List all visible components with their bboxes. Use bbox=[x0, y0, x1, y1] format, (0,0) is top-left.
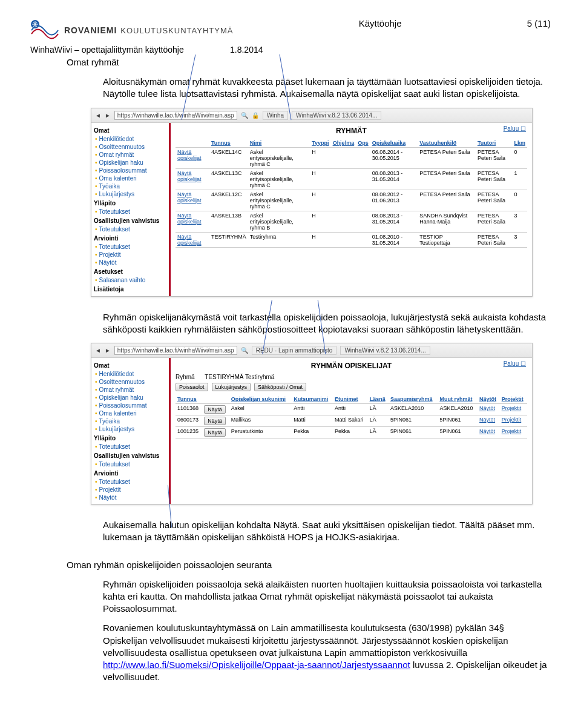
search-icon[interactable]: 🔍 bbox=[241, 347, 248, 354]
ryhmat-table: Tunnus Nimi Tyyppi Ohjelma Ops Opiskelua… bbox=[176, 139, 527, 248]
cell-vastuu: PETESA Peteri Saila bbox=[418, 168, 476, 190]
sidebar-item-omat-ryhmat[interactable]: Omat ryhmät bbox=[94, 386, 166, 394]
col-kutsumanimi[interactable]: Kutsumanimi bbox=[292, 395, 333, 404]
nayta-opiskelijat-link[interactable]: Näytä opiskelijat bbox=[176, 168, 209, 190]
sidebar-item-naytot[interactable]: Näytöt bbox=[94, 259, 166, 266]
col-sukunimi[interactable]: Opiskelijan sukunimi bbox=[229, 395, 292, 404]
cell-nimi: Askel erityisopiskelijalle, ryhmä C bbox=[248, 168, 310, 190]
cell-kutsumanimi: Pekka bbox=[292, 427, 333, 438]
col-tyyppi[interactable]: Tyyppi bbox=[310, 139, 330, 148]
cell-muut-ryhmat: 5PIN061 bbox=[438, 427, 478, 438]
cell-nimi: Testiryhmä bbox=[248, 232, 310, 247]
naytot-link[interactable]: Näytöt bbox=[478, 404, 500, 415]
sidebar-item-toteutukset[interactable]: Toteutukset bbox=[94, 443, 166, 451]
col-tunnus[interactable]: Tunnus bbox=[209, 139, 248, 148]
cell-tunnus: TESTIRYHMÄ bbox=[209, 232, 248, 247]
projektit-link[interactable]: Projektit bbox=[500, 427, 527, 438]
sidebar-item-oma-kalenteri[interactable]: Oma kalenteri bbox=[94, 174, 166, 182]
sidebar-item-lukujarjestys[interactable]: Lukujärjestys bbox=[94, 425, 166, 433]
section4-p2-text: Rovaniemen koulutuskuntayhtymässä on Lai… bbox=[103, 623, 508, 658]
jarjestyssaannot-link[interactable]: http://www.lao.fi/Suomeksi/Opiskelijoill… bbox=[103, 660, 410, 670]
projektit-link[interactable]: Projektit bbox=[500, 415, 527, 427]
sidebar-cat-osallistujien-vahvistus: Osallistujien vahvistus bbox=[94, 217, 166, 224]
cell-tyyppi: H bbox=[310, 232, 330, 247]
cell-etunimet: Matti Sakari bbox=[333, 415, 368, 427]
col-saapumisryhma[interactable]: Saapumisryhmä bbox=[389, 395, 438, 404]
sidebar-item-osoitteenmuutos[interactable]: Osoitteenmuutos bbox=[94, 143, 166, 151]
col-ops[interactable]: Ops bbox=[356, 139, 370, 148]
browser-tab[interactable]: Winha bbox=[263, 111, 288, 120]
sidebar-item-toteutukset[interactable]: Toteutukset bbox=[94, 460, 166, 468]
col-projektit[interactable]: Projektit bbox=[500, 395, 527, 404]
search-icon[interactable]: 🔍 bbox=[241, 112, 248, 119]
nayta-button[interactable]: Näytä bbox=[204, 405, 226, 414]
col-tuutori[interactable]: Tuutori bbox=[476, 139, 512, 148]
naytot-link[interactable]: Näytöt bbox=[478, 415, 500, 427]
cell-ops bbox=[356, 168, 370, 190]
sidebar-item-toteutukset[interactable]: Toteutukset bbox=[94, 243, 166, 251]
sidebar-item-poissaolosummat[interactable]: Poissaolosummat bbox=[94, 402, 166, 409]
sidebar-item-opiskelijan-haku[interactable]: Opiskelijan haku bbox=[94, 159, 166, 167]
sidebar-cat-omat: Omat bbox=[94, 127, 166, 134]
back-icon[interactable]: ◄ bbox=[95, 347, 101, 354]
sidebar-item-tyoaika[interactable]: Työaika bbox=[94, 417, 166, 425]
col-opiskeluaika[interactable]: Opiskeluaika bbox=[370, 139, 418, 148]
sidebar-item-toteutukset[interactable]: Toteutukset bbox=[94, 208, 166, 216]
url-field[interactable]: https://winhawille.lao.fi/winhaWiivi/mai… bbox=[114, 111, 237, 120]
browser-tab[interactable]: WinhaWiivi v.8.2 13.06.2014... bbox=[340, 346, 430, 355]
url-field[interactable]: https://winhawille.lao.fi/winhaWiivi/mai… bbox=[114, 346, 237, 355]
col-tunnus[interactable]: Tunnus bbox=[176, 395, 202, 404]
sidebar-item-projektit[interactable]: Projektit bbox=[94, 486, 166, 494]
opiskelijat-table: Tunnus Opiskelijan sukunimi Kutsumanimi … bbox=[176, 395, 527, 438]
browser-address-bar: ◄ ► https://winhawille.lao.fi/winhaWiivi… bbox=[91, 343, 532, 358]
back-icon[interactable]: ◄ bbox=[95, 112, 101, 119]
browser-tab[interactable]: WinhaWiivi v.8.2 13.06.2014... bbox=[292, 111, 381, 120]
col-lkm[interactable]: Lkm bbox=[512, 139, 527, 148]
nayta-opiskelijat-link[interactable]: Näytä opiskelijat bbox=[176, 211, 209, 232]
cell-nimi: Askel erityisopiskelijalle, ryhmä B bbox=[248, 211, 310, 232]
naytot-link[interactable]: Näytöt bbox=[478, 427, 500, 438]
sidebar-item-tyoaika[interactable]: Työaika bbox=[94, 182, 166, 190]
sidebar-item-poissaolosummat[interactable]: Poissaolosummat bbox=[94, 167, 166, 174]
cell-tunnus: 4ASKEL13C bbox=[209, 168, 248, 190]
sidebar-item-opiskelijan-haku[interactable]: Opiskelijan haku bbox=[94, 394, 166, 402]
sahkoposti-button[interactable]: Sähköposti / Omat bbox=[254, 383, 306, 391]
cell-ops bbox=[356, 211, 370, 232]
projektit-link[interactable]: Projektit bbox=[500, 404, 527, 415]
nayta-button[interactable]: Näytä bbox=[204, 428, 226, 437]
col-blank[interactable] bbox=[176, 139, 209, 148]
cell-nayta-button: Näytä bbox=[202, 415, 229, 427]
col-muut-ryhmat[interactable]: Muut ryhmät bbox=[438, 395, 478, 404]
sidebar-item-lukujarjestys[interactable]: Lukujärjestys bbox=[94, 190, 166, 198]
doc-subtitle: WinhaWiivi – opettajaliittymän käyttöohj… bbox=[30, 45, 230, 55]
paluu-link[interactable]: Paluu bbox=[504, 125, 526, 132]
poissaolot-button[interactable]: Poissaolot bbox=[176, 383, 208, 391]
forward-icon[interactable]: ► bbox=[105, 112, 111, 119]
nayta-opiskelijat-link[interactable]: Näytä opiskelijat bbox=[176, 232, 209, 247]
col-naytot[interactable]: Näytöt bbox=[478, 395, 500, 404]
sidebar-item-henkilotiedot[interactable]: Henkilötiedot bbox=[94, 370, 166, 378]
sidebar-item-salasanan-vaihto[interactable]: Salasanan vaihto bbox=[94, 276, 166, 284]
sidebar-item-projektit[interactable]: Projektit bbox=[94, 251, 166, 259]
cell-opiskeluaika: 06.08.2014 - 30.05.2015 bbox=[370, 147, 418, 168]
sidebar-item-oma-kalenteri[interactable]: Oma kalenteri bbox=[94, 409, 166, 417]
sidebar-item-henkilotiedot[interactable]: Henkilötiedot bbox=[94, 135, 166, 143]
nayta-button[interactable]: Näytä bbox=[204, 417, 226, 425]
paluu-link[interactable]: Paluu bbox=[504, 360, 526, 367]
col-nimi[interactable]: Nimi bbox=[248, 139, 310, 148]
nayta-opiskelijat-link[interactable]: Näytä opiskelijat bbox=[176, 190, 209, 211]
sidebar-item-toteutukset[interactable]: Toteutukset bbox=[94, 478, 166, 486]
sidebar-item-naytot[interactable]: Näytöt bbox=[94, 494, 166, 501]
col-etunimet[interactable]: Etunimet bbox=[333, 395, 368, 404]
cell-tunnus: 0600173 bbox=[176, 415, 202, 427]
lukujarjestys-button[interactable]: Lukujärjestys bbox=[212, 383, 251, 391]
nayta-opiskelijat-link[interactable]: Näytä opiskelijat bbox=[176, 147, 209, 168]
sidebar-item-omat-ryhmat[interactable]: Omat ryhmät bbox=[94, 151, 166, 159]
col-lasna[interactable]: Läsnä bbox=[368, 395, 389, 404]
sidebar-item-toteutukset[interactable]: Toteutukset bbox=[94, 225, 166, 233]
sidebar-item-osoitteenmuutos[interactable]: Osoitteenmuutos bbox=[94, 378, 166, 386]
col-ohjelma[interactable]: Ohjelma bbox=[331, 139, 356, 148]
col-vastuuhenkilo[interactable]: Vastuuhenkilö bbox=[418, 139, 476, 148]
forward-icon[interactable]: ► bbox=[105, 347, 111, 354]
cell-tuutori: PETESA Peteri Saila bbox=[476, 232, 512, 247]
